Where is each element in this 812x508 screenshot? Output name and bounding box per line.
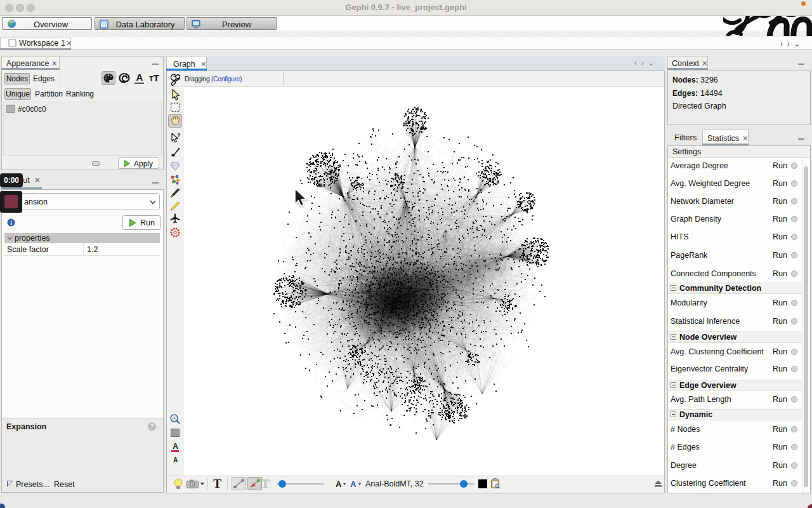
- svg-text:?: ?: [177, 132, 181, 138]
- svg-text:i: i: [10, 220, 12, 226]
